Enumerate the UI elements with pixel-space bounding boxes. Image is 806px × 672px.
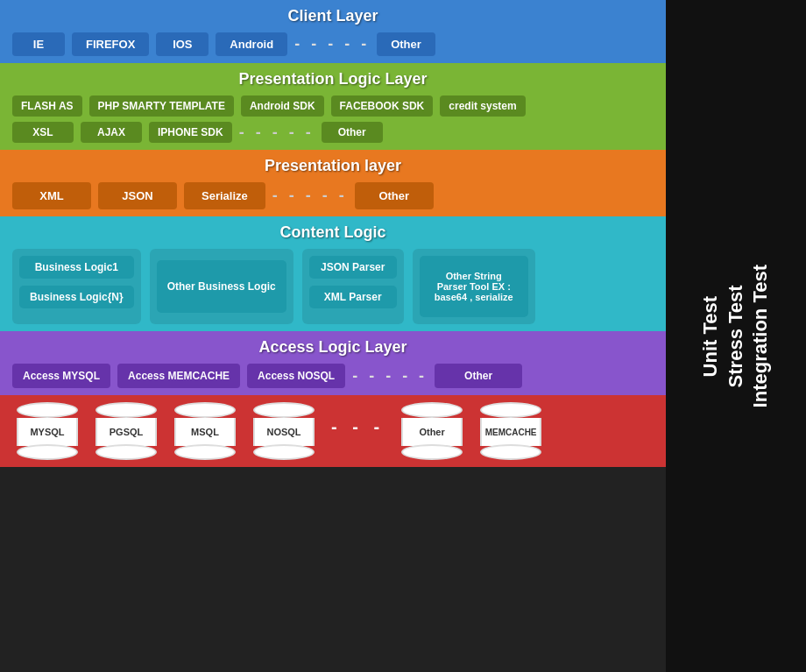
pres-btn-other[interactable]: Other <box>355 182 434 209</box>
client-dashes: - - - - - <box>294 35 370 53</box>
pres-logic-row2: XSL AJAX IPHONE SDK - - - - - Other <box>12 122 654 143</box>
content-btn-stringparser[interactable]: Other String Parser Tool EX : base64 , s… <box>420 256 528 317</box>
content-group-otherbiz: Other Business Logic <box>150 249 293 324</box>
db-layer: MYSQL PGSQL MSQL NOSQL - <box>0 395 666 467</box>
pres-btn-phpsmartyt[interactable]: PHP SMARTY TEMPLATE <box>89 95 234 117</box>
content-group-stringparser: Other String Parser Tool EX : base64 , s… <box>413 249 535 324</box>
pres-dashes: - - - - - <box>272 187 348 205</box>
pres-layer-items: XML JSON Serialize - - - - - Other <box>12 182 654 209</box>
db-other[interactable]: Other <box>397 402 467 460</box>
access-layer: Access Logic Layer Access MYSQL Access M… <box>0 331 666 395</box>
access-dashes: - - - - - <box>352 367 428 386</box>
db-msql[interactable]: MSQL <box>170 402 240 460</box>
client-layer-items: IE FIREFOX IOS Android - - - - - Other <box>12 32 654 56</box>
pres-logic-dashes: - - - - - <box>239 124 315 142</box>
pres-btn-json[interactable]: JSON <box>98 182 177 209</box>
access-btn-other[interactable]: Other <box>435 364 522 388</box>
content-btn-bizlogic1[interactable]: Business Logic1 <box>19 256 134 279</box>
content-btn-otherbizlogic[interactable]: Other Business Logic <box>157 260 286 313</box>
pres-btn-other[interactable]: Other <box>322 122 383 143</box>
client-btn-android[interactable]: Android <box>216 32 287 56</box>
content-layer-title: Content Logic <box>280 223 386 242</box>
sidebar-text: Unit Test Stress Test Integration Test <box>698 265 774 407</box>
pres-btn-ajax[interactable]: AJAX <box>81 122 142 143</box>
pres-logic-title: Presentation Logic Layer <box>238 70 427 88</box>
access-layer-items: Access MYSQL Access MEMCACHE Access NOSQ… <box>12 364 654 388</box>
pres-layer-title: Presentation layer <box>265 157 401 175</box>
pres-layer: Presentation layer XML JSON Serialize - … <box>0 150 666 216</box>
content-layer: Content Logic Business Logic1 Business L… <box>0 216 666 331</box>
pres-btn-serialize[interactable]: Serialize <box>184 182 265 209</box>
pres-btn-iphonesdk[interactable]: IPHONE SDK <box>149 122 232 143</box>
client-layer: Client Layer IE FIREFOX IOS Android - - … <box>0 0 666 63</box>
content-btn-bizlogicn[interactable]: Business Logic{N} <box>19 286 134 308</box>
client-btn-ie[interactable]: IE <box>12 32 65 56</box>
access-btn-mysql[interactable]: Access MYSQL <box>12 364 110 388</box>
pres-btn-facebooksdk[interactable]: FACEBOOK SDK <box>331 95 434 117</box>
sidebar-unit-test: Unit Test <box>699 295 721 376</box>
access-layer-title: Access Logic Layer <box>258 338 407 357</box>
pres-btn-xml[interactable]: XML <box>12 182 91 209</box>
pres-logic-layer: Presentation Logic Layer FLASH AS PHP SM… <box>0 63 666 150</box>
sidebar: Unit Test Stress Test Integration Test <box>666 0 806 672</box>
pres-btn-xsl[interactable]: XSL <box>12 122 74 143</box>
client-btn-other[interactable]: Other <box>377 32 435 56</box>
sidebar-integration-test: Integration Test <box>749 265 771 407</box>
client-btn-firefox[interactable]: FIREFOX <box>72 32 149 56</box>
db-pgsql[interactable]: PGSQL <box>91 402 161 460</box>
client-layer-title: Client Layer <box>287 7 378 25</box>
pres-btn-flashas[interactable]: FLASH AS <box>12 95 82 117</box>
content-btn-xmlparser[interactable]: XML Parser <box>309 286 397 308</box>
pres-logic-row1: FLASH AS PHP SMARTY TEMPLATE Android SDK… <box>12 95 654 117</box>
client-btn-ios[interactable]: IOS <box>156 32 209 56</box>
content-group-parsers: JSON Parser XML Parser <box>302 249 404 324</box>
content-main: Business Logic1 Business Logic{N} Other … <box>12 249 654 324</box>
access-btn-nosql[interactable]: Access NOSQL <box>247 364 345 388</box>
sidebar-stress-test: Stress Test <box>725 285 746 387</box>
content-btn-jsonparser[interactable]: JSON Parser <box>309 256 397 279</box>
db-mysql[interactable]: MYSQL <box>12 402 82 460</box>
db-memcache[interactable]: MEMCACHE <box>476 402 546 460</box>
pres-btn-androidsdk[interactable]: Android SDK <box>241 95 324 117</box>
db-dashes: - - - <box>331 417 385 437</box>
pres-logic-rows: FLASH AS PHP SMARTY TEMPLATE Android SDK… <box>12 95 654 143</box>
content-group-bizlogic: Business Logic1 Business Logic{N} <box>12 249 141 324</box>
db-nosql[interactable]: NOSQL <box>249 402 319 460</box>
access-btn-memcache[interactable]: Access MEMCACHE <box>117 364 240 388</box>
pres-btn-creditsystem[interactable]: credit system <box>440 95 525 117</box>
